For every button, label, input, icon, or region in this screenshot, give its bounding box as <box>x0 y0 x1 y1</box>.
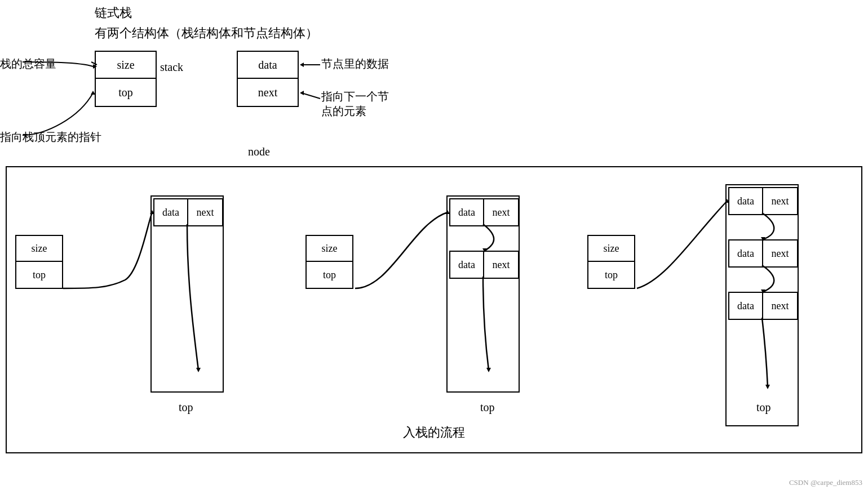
node-next-cell: next <box>238 79 298 106</box>
s1-top: top <box>16 262 62 288</box>
s2-n1-data: data <box>450 199 484 225</box>
bottom-label: 入栈的流程 <box>403 424 465 441</box>
s3-n1-next: next <box>763 188 797 214</box>
s1-n1-next: next <box>188 199 222 225</box>
s3-stack: size top <box>587 235 635 289</box>
s3-size: size <box>588 236 634 262</box>
s3-n3-data: data <box>729 293 763 319</box>
s3-n3-next: next <box>763 293 797 319</box>
page-title: 链式栈 <box>95 5 132 21</box>
s3-node1: data next <box>728 187 798 215</box>
s3-n2-next: next <box>763 240 797 266</box>
page: 链式栈 有两个结构体（栈结构体和节点结构体） size top stack da… <box>0 0 868 490</box>
s2-n1-next: next <box>484 199 518 225</box>
s2-top: top <box>307 262 352 288</box>
s2-stack: size top <box>305 235 353 289</box>
s3-top: top <box>588 262 634 288</box>
stack-size-cell: size <box>96 52 156 79</box>
s2-n2-data: data <box>450 252 484 278</box>
ann-node-data: 节点里的数据 <box>321 56 389 72</box>
stack-top-cell: top <box>96 79 156 106</box>
page-subtitle: 有两个结构体（栈结构体和节点结构体） <box>95 25 318 42</box>
main-section: size top data next top size top <box>6 166 862 453</box>
svg-marker-3 <box>300 91 304 95</box>
node-label: node <box>248 145 270 158</box>
s1-stack: size top <box>15 235 63 289</box>
s3-top-label: top <box>756 401 771 414</box>
s1-n1-data: data <box>154 199 188 225</box>
ann-top-pointer: 指向栈顶元素的指针 <box>0 130 101 145</box>
s3-n2-data: data <box>729 240 763 266</box>
s2-node2: data next <box>449 251 519 279</box>
s3-n1-data: data <box>729 188 763 214</box>
ann-node-next: 指向下一个节点的元素 <box>321 89 389 118</box>
top-section: 链式栈 有两个结构体（栈结构体和节点结构体） size top stack da… <box>0 0 868 166</box>
svg-marker-2 <box>300 63 304 67</box>
stack-struct-box: size top <box>95 51 157 107</box>
s1-top-label: top <box>179 401 193 414</box>
s2-top-label: top <box>480 401 495 414</box>
s1-node1: data next <box>153 198 223 226</box>
s3-node2: data next <box>728 239 798 268</box>
node-struct-box: data next <box>237 51 299 107</box>
node-data-cell: data <box>238 52 298 79</box>
ann-capacity: 栈的总容量 <box>0 56 56 72</box>
s2-n2-next: next <box>484 252 518 278</box>
watermark: CSDN @carpe_diem853 <box>789 478 862 487</box>
s1-size: size <box>16 236 62 262</box>
s2-size: size <box>307 236 352 262</box>
s2-node1: data next <box>449 198 519 226</box>
stack-label: stack <box>160 61 183 74</box>
s3-node3: data next <box>728 292 798 320</box>
